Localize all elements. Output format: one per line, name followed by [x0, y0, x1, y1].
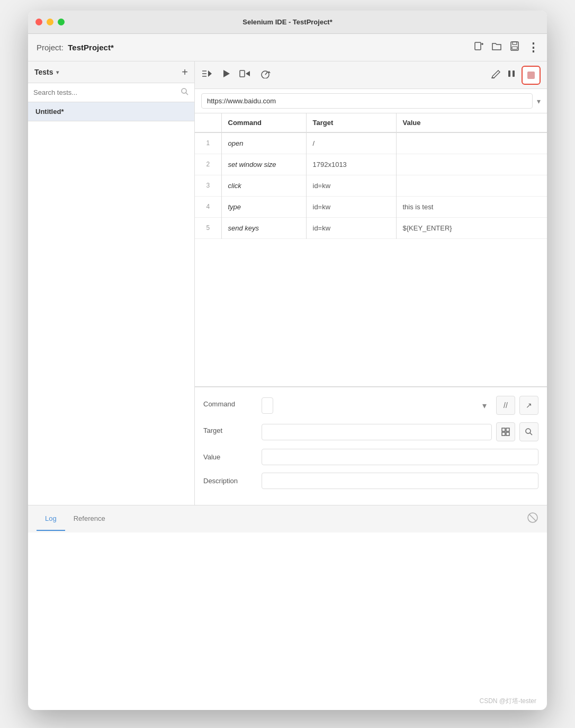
commands-table: Command Target Value 1open/2set window s…: [195, 113, 547, 239]
svg-rect-13: [240, 70, 245, 77]
form-area: Command ▾ // ↗ Target: [195, 386, 547, 505]
external-link-button[interactable]: ↗: [519, 396, 538, 415]
tests-label: Tests: [34, 68, 53, 76]
row-target: 1792x1013: [306, 154, 396, 175]
value-input[interactable]: [262, 449, 538, 465]
project-name: TestProject*: [68, 43, 113, 52]
svg-rect-21: [502, 428, 505, 431]
url-bar: ▾: [195, 89, 547, 113]
toolbar: [195, 61, 547, 89]
svg-line-16: [265, 72, 267, 75]
description-row: Description: [203, 473, 538, 489]
clear-log-icon[interactable]: [527, 512, 538, 526]
app-window: Selenium IDE - TestProject* Project: Tes…: [28, 11, 547, 710]
svg-rect-24: [506, 432, 509, 436]
svg-marker-14: [246, 71, 250, 76]
search-input[interactable]: [33, 88, 181, 96]
open-project-icon[interactable]: [491, 41, 502, 54]
save-project-icon[interactable]: [509, 41, 520, 54]
watermark: CSDN @灯塔-tester: [28, 693, 547, 710]
row-target: id=kw: [306, 197, 396, 218]
right-panel: ▾ Command Target Value 1open/2set window…: [195, 61, 547, 505]
toolbar-right: [491, 66, 541, 85]
window-controls: [35, 19, 65, 25]
value-row: Value: [203, 449, 538, 465]
selector-button[interactable]: [496, 422, 515, 441]
window-title: Selenium IDE - TestProject*: [242, 18, 333, 26]
svg-rect-5: [512, 47, 517, 49]
row-command: send keys: [221, 218, 306, 239]
url-dropdown-icon[interactable]: ▾: [537, 97, 541, 105]
table-row[interactable]: 5send keysid=kw${KEY_ENTER}: [195, 218, 547, 239]
row-num: 1: [195, 132, 221, 154]
tests-dropdown[interactable]: Tests ▾: [34, 68, 59, 76]
svg-rect-0: [475, 42, 481, 50]
row-num: 5: [195, 218, 221, 239]
table-row[interactable]: 3clickid=kw: [195, 175, 547, 197]
test-item[interactable]: Untitled*: [28, 102, 194, 121]
chevron-down-icon: ▾: [56, 69, 59, 75]
col-header-target: Target: [306, 113, 396, 132]
test-item-label: Untitled*: [35, 108, 64, 116]
row-target: id=kw: [306, 218, 396, 239]
row-value: this is test: [396, 197, 547, 218]
more-options-icon[interactable]: ⋮: [527, 41, 538, 55]
stop-button[interactable]: [522, 66, 541, 85]
sidebar-header: Tests ▾ +: [28, 61, 194, 83]
row-command: open: [221, 132, 306, 154]
test-list: Untitled*: [28, 102, 194, 505]
table-row[interactable]: 4typeid=kwthis is test: [195, 197, 547, 218]
maximize-button[interactable]: [58, 19, 65, 25]
description-label: Description: [203, 473, 262, 485]
main-content: Tests ▾ + Untitled*: [28, 61, 547, 505]
value-input-wrap: [262, 449, 538, 465]
row-value: [396, 132, 547, 154]
table-container: Command Target Value 1open/2set window s…: [195, 113, 547, 386]
project-actions: ⋮: [473, 41, 538, 55]
pause-icon[interactable]: [507, 69, 516, 81]
description-input[interactable]: [262, 473, 538, 489]
edit-icon[interactable]: [491, 69, 501, 81]
row-target: id=kw: [306, 175, 396, 197]
minimize-button[interactable]: [47, 19, 53, 25]
close-button[interactable]: [35, 19, 42, 25]
stop-icon: [527, 72, 535, 79]
svg-rect-23: [502, 432, 505, 436]
project-label: Project:: [37, 43, 64, 52]
run-icon[interactable]: [221, 69, 231, 81]
value-label: Value: [203, 449, 262, 461]
row-value: [396, 154, 547, 175]
col-header-command: Command: [221, 113, 306, 132]
command-select[interactable]: [262, 397, 273, 414]
row-num: 2: [195, 154, 221, 175]
svg-marker-11: [208, 70, 212, 77]
row-num: 3: [195, 175, 221, 197]
add-test-button[interactable]: +: [182, 67, 188, 77]
new-project-icon[interactable]: [473, 41, 484, 54]
table-row[interactable]: 2set window size1792x1013: [195, 154, 547, 175]
log-area: [28, 532, 547, 693]
table-row[interactable]: 1open/: [195, 132, 547, 154]
titlebar: Selenium IDE - TestProject*: [28, 11, 547, 34]
target-input[interactable]: [262, 424, 492, 440]
record-toggle-icon[interactable]: [239, 69, 251, 81]
comment-button[interactable]: //: [496, 396, 515, 415]
log-tab[interactable]: Log: [37, 507, 65, 531]
target-input-wrap: [262, 422, 538, 441]
target-row: Target: [203, 422, 538, 441]
svg-point-6: [182, 88, 186, 93]
reference-tab[interactable]: Reference: [65, 507, 114, 531]
target-search-button[interactable]: [519, 422, 538, 441]
sidebar: Tests ▾ + Untitled*: [28, 61, 195, 505]
svg-line-7: [186, 93, 188, 95]
chevron-down-icon: ▾: [482, 401, 487, 411]
speed-icon[interactable]: [259, 69, 271, 81]
svg-marker-12: [223, 70, 230, 77]
toolbar-left: [201, 69, 271, 81]
run-all-icon[interactable]: [201, 69, 213, 81]
col-header-value: Value: [396, 113, 547, 132]
url-input[interactable]: [201, 93, 533, 109]
project-header: Project: TestProject*: [28, 34, 547, 61]
svg-line-28: [529, 514, 536, 521]
search-icon: [181, 87, 189, 97]
